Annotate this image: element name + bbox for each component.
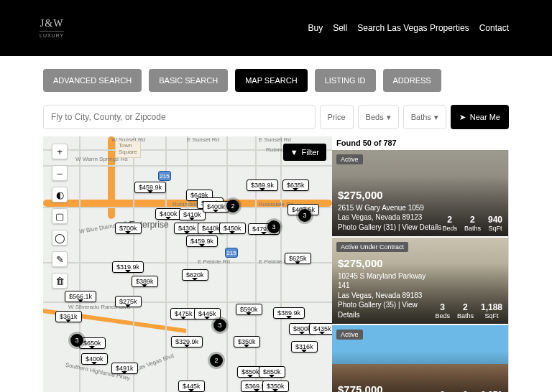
results-count: Found 50 of 787	[332, 136, 509, 150]
listing-card[interactable]: Active$275,0002615 W Gary Avenue 1059Las…	[332, 150, 508, 236]
price-marker[interactable]: $620k	[182, 269, 208, 281]
nav-link-contact[interactable]: Contact	[479, 23, 509, 33]
zoom-out-icon[interactable]: –	[52, 165, 68, 181]
price-marker[interactable]: $475k	[170, 308, 197, 319]
price-marker[interactable]: $350k	[262, 381, 289, 392]
street-label: E Sunset Rd	[259, 136, 291, 143]
price-marker[interactable]: $590k	[236, 304, 262, 315]
price-marker[interactable]: $445k	[194, 308, 221, 319]
price-marker[interactable]: $389.9k	[273, 307, 305, 319]
listing-price: $275,000	[338, 188, 441, 202]
filter-button[interactable]: ▼ Filter	[283, 144, 326, 161]
price-marker[interactable]: $389.9k	[247, 179, 278, 191]
price-marker[interactable]: $635k	[282, 179, 309, 191]
search-tabs: ADVANCED SEARCHBASIC SEARCHMAP SEARCHLIS…	[43, 69, 509, 92]
circle-icon[interactable]: ◯	[52, 230, 68, 246]
price-marker[interactable]: $361k	[55, 311, 82, 322]
location-arrow-icon: ➤	[459, 113, 466, 122]
price-marker[interactable]: $450k	[219, 223, 246, 234]
logo: J&W LUXURY	[40, 18, 64, 38]
nav-link-search-las-vegas-properties[interactable]: Search Las Vegas Properties	[357, 23, 469, 33]
cluster-marker[interactable]: 3	[70, 334, 83, 347]
listing-city: Las Vegas, Nevada 89123	[338, 213, 441, 223]
listing-address: 10245 S Maryland Parkway 141	[338, 271, 435, 291]
trash-icon[interactable]: 🗑	[52, 273, 68, 289]
funnel-icon: ▼	[290, 148, 298, 157]
listing-card[interactable]: Active$775,0002590 Downeyville Avenue3Be…	[332, 325, 508, 392]
baths-filter[interactable]: Baths▾	[403, 105, 446, 129]
listing-stats: 2Beds2Baths940SqFt	[442, 215, 502, 232]
cluster-marker[interactable]: 3	[213, 319, 226, 332]
price-marker[interactable]: $389k	[132, 276, 158, 287]
town-square-label: Town Square	[115, 141, 141, 158]
price-marker[interactable]: $700k	[115, 223, 142, 234]
cluster-marker[interactable]: 2	[226, 200, 239, 213]
price-marker[interactable]: $435k	[309, 323, 332, 335]
price-marker[interactable]: $566.1k	[65, 291, 96, 302]
listing-price: $275,000	[338, 256, 435, 271]
dark-mode-icon[interactable]: ◐	[52, 187, 68, 202]
price-marker[interactable]: $400k	[203, 201, 229, 213]
nav-link-buy[interactable]: Buy	[308, 23, 323, 33]
tab-advanced-search[interactable]: ADVANCED SEARCH	[43, 69, 142, 92]
cluster-marker[interactable]: 3	[298, 209, 311, 222]
price-marker[interactable]: $625k	[285, 253, 311, 264]
price-marker[interactable]: $459.9k	[134, 182, 166, 193]
price-marker[interactable]: $410k	[179, 209, 206, 220]
fly-to-input[interactable]	[43, 105, 316, 129]
listing-stats: 3Beds2Baths1,188SqFt	[435, 302, 502, 319]
status-badge: Active Under Contract	[336, 242, 408, 252]
gallery-link[interactable]: Photo Gallery (31) | View Details	[338, 223, 441, 233]
street-label: Las Vegas Blvd	[135, 353, 175, 372]
listing-address: 2615 W Gary Avenue 1059	[338, 203, 441, 213]
price-marker[interactable]: $850k	[259, 366, 285, 378]
price-marker[interactable]: $400k	[81, 353, 108, 365]
cluster-marker[interactable]: 2	[210, 354, 223, 367]
price-marker[interactable]: $459.9k	[186, 235, 218, 247]
zoom-in-icon[interactable]: +	[52, 144, 68, 159]
pencil-icon[interactable]: ✎	[52, 251, 68, 267]
tab-address[interactable]: ADDRESS	[383, 69, 441, 92]
price-marker[interactable]: $319.9k	[112, 261, 144, 273]
price-marker[interactable]: $350k	[234, 336, 260, 347]
status-badge: Active	[336, 154, 363, 164]
street-label: E Pebble Rd	[198, 258, 230, 265]
listing-card[interactable]: Active Under Contract$275,00010245 S Mar…	[332, 238, 508, 324]
rectangle-icon[interactable]: ▢	[52, 208, 68, 224]
price-marker[interactable]: $430k	[174, 223, 201, 234]
listing-price: $775,000	[338, 383, 420, 392]
gallery-link[interactable]: Photo Gallery (35) | View Details	[338, 300, 435, 319]
results-list[interactable]: Active$275,0002615 W Gary Avenue 1059Las…	[332, 150, 509, 392]
main-nav: BuySellSearch Las Vegas PropertiesContac…	[308, 23, 510, 33]
near-me-button[interactable]: ➤Near Me	[451, 105, 509, 129]
price-filter[interactable]: Price	[320, 105, 354, 129]
price-marker[interactable]: $329.9k	[171, 336, 203, 347]
price-marker[interactable]: $316k	[291, 341, 318, 353]
price-marker[interactable]: $400k	[155, 208, 182, 220]
highway-shield: 215	[225, 248, 238, 258]
tab-map-search[interactable]: MAP SEARCH	[235, 69, 308, 92]
listing-city: Las Vegas, Nevada 89183	[338, 291, 435, 301]
tab-listing-id[interactable]: LISTING ID	[315, 69, 376, 92]
price-marker[interactable]: $275k	[115, 296, 142, 307]
tab-basic-search[interactable]: BASIC SEARCH	[149, 69, 228, 92]
map[interactable]: +–◐▢◯✎🗑 ▼ Filter $459.9k$649k$389.9k$635…	[43, 136, 332, 392]
nav-link-sell[interactable]: Sell	[333, 23, 347, 33]
price-marker[interactable]: $491k	[111, 363, 138, 374]
map-controls: +–◐▢◯✎🗑	[52, 144, 68, 289]
cluster-marker[interactable]: 3	[267, 220, 280, 233]
status-badge: Active	[336, 330, 363, 340]
highway-shield: 215	[158, 171, 171, 181]
price-marker[interactable]: $445k	[178, 381, 205, 392]
beds-filter[interactable]: Beds▾	[358, 105, 399, 129]
street-label: E Sunset Rd	[187, 136, 219, 143]
